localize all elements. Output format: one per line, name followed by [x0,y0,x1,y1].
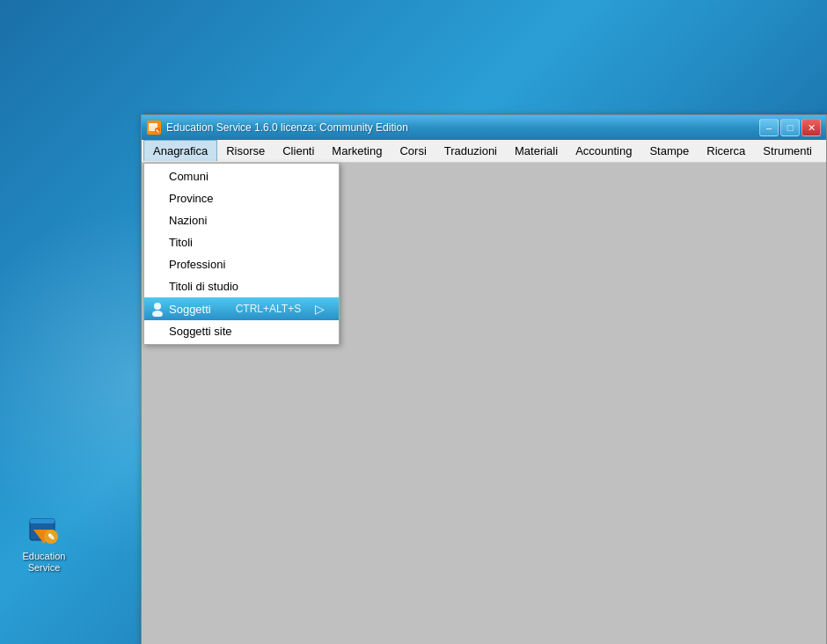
menu-item-marketing[interactable]: Marketing [323,140,391,162]
svg-point-10 [152,311,163,317]
close-button[interactable]: ✕ [801,119,821,136]
menu-anagrafica-wrapper: Anagrafica Comuni Province Nazioni Titol… [143,140,217,162]
menu-item-stampe[interactable]: Stampe [640,140,698,162]
title-bar-left: ✎ Education Service 1.6.0 licenza: Commu… [147,121,408,135]
window-title: Education Service 1.6.0 licenza: Communi… [166,121,408,134]
dropdown-item-comuni[interactable]: Comuni [144,165,339,187]
menu-item-risorse[interactable]: Risorse [217,140,274,162]
menu-item-utility[interactable]: Utility [821,140,827,162]
menu-item-ricerca[interactable]: Ricerca [698,140,754,162]
title-bar: ✎ Education Service 1.6.0 licenza: Commu… [142,115,826,140]
menu-item-accounting[interactable]: Accounting [567,140,640,162]
desktop-icon-education-service[interactable]: ✎ Education Service [13,512,75,574]
dropdown-item-nazioni[interactable]: Nazioni [144,209,339,231]
dropdown-item-titoli[interactable]: Titoli [144,231,339,253]
menu-item-strumenti[interactable]: Strumenti [754,140,821,162]
dropdown-item-province[interactable]: Province [144,187,339,209]
menu-item-materiali[interactable]: Materiali [506,140,567,162]
desktop-icon-label: Education Service [23,551,66,574]
svg-rect-1 [30,519,55,523]
menu-item-traduzioni[interactable]: Traduzioni [435,140,506,162]
dropdown-item-titoli-studio[interactable]: Titoli di studio [144,275,339,297]
anagrafica-dropdown: Comuni Province Nazioni Titoli Professio… [143,163,340,345]
svg-rect-6 [149,123,157,126]
svg-text:✎: ✎ [156,128,159,134]
svg-point-9 [154,303,161,310]
maximize-button[interactable]: □ [780,119,800,136]
dropdown-item-soggetti-site[interactable]: Soggetti site [144,320,339,342]
desktop: ✎ Education Service ✎ Education Service [0,0,827,644]
desktop-icon-image: ✎ [26,512,62,547]
dropdown-item-soggetti[interactable]: Soggetti CTRL+ALT+S ▷ [144,297,339,320]
person-icon [150,301,165,317]
menu-item-clienti[interactable]: Clienti [274,140,323,162]
menu-item-anagrafica[interactable]: Anagrafica [143,140,217,161]
svg-text:✎: ✎ [48,532,55,542]
app-window: ✎ Education Service 1.6.0 licenza: Commu… [141,114,827,644]
window-controls: – □ ✕ [759,119,821,136]
soggetti-shortcut: CTRL+ALT+S [218,303,301,315]
cursor-indicator: ▷ [315,302,325,316]
minimize-button[interactable]: – [759,119,779,136]
menu-bar: Anagrafica Comuni Province Nazioni Titol… [142,140,826,163]
menu-item-corsi[interactable]: Corsi [391,140,435,162]
app-icon: ✎ [147,121,161,135]
dropdown-item-professioni[interactable]: Professioni [144,253,339,275]
